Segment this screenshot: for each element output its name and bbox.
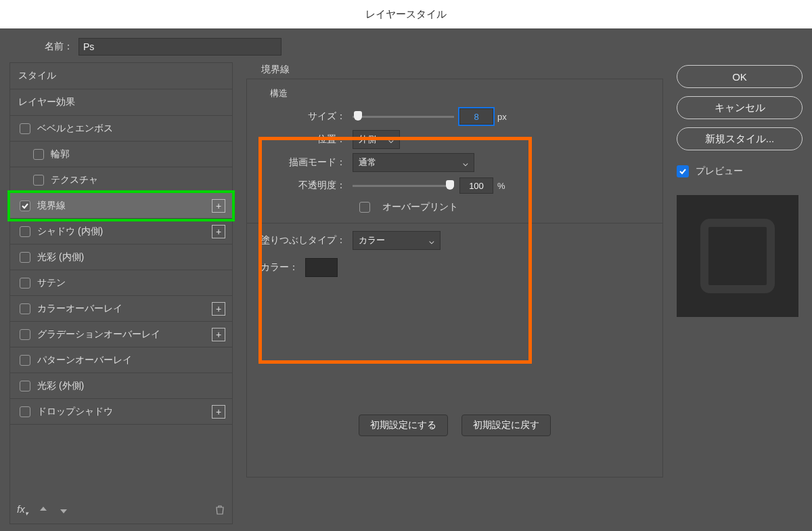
opacity-row: 不透明度： % xyxy=(258,174,652,197)
size-label: サイズ： xyxy=(258,110,353,123)
fill-type-select[interactable]: カラー ⌵ xyxy=(353,231,441,250)
reset-default-button[interactable]: 初期設定に戻す xyxy=(461,415,551,436)
style-item-bevel[interactable]: ベベルとエンボス xyxy=(10,116,232,142)
checkbox-color-overlay[interactable] xyxy=(20,303,30,314)
add-stroke-icon[interactable]: + xyxy=(212,199,225,213)
ok-button[interactable]: OK xyxy=(677,65,803,88)
label-drop-shadow: ドロップシャドウ xyxy=(37,406,113,418)
name-input[interactable] xyxy=(78,38,281,56)
cancel-button[interactable]: キャンセル xyxy=(677,96,803,119)
name-row: 名前： xyxy=(0,28,812,62)
checkbox-inner-glow[interactable] xyxy=(20,252,30,263)
opacity-label: 不透明度： xyxy=(258,179,353,192)
position-label: 位置： xyxy=(258,133,353,146)
label-outer-glow: 光彩 (外側) xyxy=(37,380,84,392)
fx-menu-icon[interactable]: fx▾ xyxy=(17,503,28,517)
position-select[interactable]: 外側 ⌵ xyxy=(353,130,400,149)
color-swatch[interactable] xyxy=(305,258,338,277)
preview-label: プレビュー xyxy=(696,165,743,177)
preview-shape xyxy=(700,219,775,293)
blend-mode-label: 描画モード： xyxy=(258,156,353,169)
overprint-label: オーバープリント xyxy=(382,201,458,213)
style-item-inner-glow[interactable]: 光彩 (内側) xyxy=(10,245,232,270)
label-gradient-overlay: グラデーションオーバーレイ xyxy=(37,328,160,341)
label-contour: 輪郭 xyxy=(51,148,70,161)
style-item-texture[interactable]: テクスチャ xyxy=(10,167,232,193)
opacity-unit: % xyxy=(497,181,505,191)
preview-thumbnail xyxy=(677,195,798,317)
style-item-satin[interactable]: サテン xyxy=(10,270,232,296)
style-item-drop-shadow[interactable]: ドロップシャドウ + xyxy=(10,399,232,425)
chevron-down-icon: ⌵ xyxy=(429,236,434,246)
style-item-color-overlay[interactable]: カラーオーバーレイ + xyxy=(10,296,232,322)
styles-footer: fx▾ xyxy=(10,496,232,524)
divider xyxy=(247,223,662,224)
checkbox-preview[interactable] xyxy=(677,165,689,177)
label-color-overlay: カラーオーバーレイ xyxy=(37,303,122,315)
settings-panel: 境界線 構造 サイズ： px 位置： 外側 ⌵ xyxy=(246,62,663,524)
checkbox-pattern-overlay[interactable] xyxy=(20,355,30,366)
layer-style-dialog: 名前： スタイル レイヤー効果 ベベルとエンボス 輪郭 テクスチャ 境界線 + xyxy=(0,28,812,531)
color-label: カラー： xyxy=(258,261,305,274)
chevron-down-icon: ⌵ xyxy=(388,135,394,145)
make-default-button[interactable]: 初期設定にする xyxy=(359,415,448,436)
add-gradient-overlay-icon[interactable]: + xyxy=(212,328,225,341)
label-inner-shadow: シャドウ (内側) xyxy=(37,226,103,238)
overprint-row: オーバープリント xyxy=(359,197,652,217)
checkbox-inner-shadow[interactable] xyxy=(20,226,30,237)
checkbox-outer-glow[interactable] xyxy=(20,381,30,391)
opacity-slider[interactable] xyxy=(353,182,454,189)
label-satin: サテン xyxy=(37,277,66,289)
label-bevel: ベベルとエンボス xyxy=(37,123,113,135)
styles-header[interactable]: スタイル xyxy=(10,63,232,89)
label-pattern-overlay: パターンオーバーレイ xyxy=(37,354,132,366)
style-item-gradient-overlay[interactable]: グラデーションオーバーレイ + xyxy=(10,322,232,347)
size-slider[interactable] xyxy=(353,113,454,120)
checkbox-gradient-overlay[interactable] xyxy=(20,329,30,340)
dialog-title: レイヤースタイル xyxy=(0,0,812,28)
checkbox-texture[interactable] xyxy=(33,175,44,186)
bottom-buttons: 初期設定にする 初期設定に戻す xyxy=(258,415,652,436)
new-style-button[interactable]: 新規スタイル... xyxy=(677,127,803,150)
checkbox-drop-shadow[interactable] xyxy=(20,406,30,417)
add-drop-shadow-icon[interactable]: + xyxy=(212,405,225,419)
checkbox-contour[interactable] xyxy=(33,149,44,160)
style-item-pattern-overlay[interactable]: パターンオーバーレイ xyxy=(10,347,232,373)
checkbox-overprint[interactable] xyxy=(359,202,370,213)
fill-type-label: 塗りつぶしタイプ： xyxy=(258,234,353,247)
position-row: 位置： 外側 ⌵ xyxy=(258,128,652,151)
right-column: OK キャンセル 新規スタイル... プレビュー xyxy=(677,62,803,524)
size-unit: px xyxy=(497,112,507,122)
add-inner-shadow-icon[interactable]: + xyxy=(212,225,225,238)
style-item-contour[interactable]: 輪郭 xyxy=(10,142,232,167)
subsection-structure: 構造 xyxy=(270,87,652,100)
name-label: 名前： xyxy=(45,41,73,53)
preview-row: プレビュー xyxy=(677,165,803,177)
section-title: 境界線 xyxy=(261,64,663,76)
settings-box: 構造 サイズ： px 位置： 外側 ⌵ xyxy=(246,79,663,477)
chevron-down-icon: ⌵ xyxy=(463,158,468,168)
label-texture: テクスチャ xyxy=(51,174,98,186)
size-row: サイズ： px xyxy=(258,105,652,128)
styles-sidebar: スタイル レイヤー効果 ベベルとエンボス 輪郭 テクスチャ 境界線 + シ xyxy=(9,62,233,524)
checkbox-stroke[interactable] xyxy=(20,200,30,211)
label-inner-glow: 光彩 (内側) xyxy=(37,251,84,263)
layer-effects-header[interactable]: レイヤー効果 xyxy=(10,89,232,116)
move-down-icon[interactable] xyxy=(58,505,69,515)
label-stroke: 境界線 xyxy=(37,200,66,212)
fill-type-row: 塗りつぶしタイプ： カラー ⌵ xyxy=(258,229,652,252)
checkbox-satin[interactable] xyxy=(20,278,30,289)
checkbox-bevel[interactable] xyxy=(20,123,30,134)
style-item-outer-glow[interactable]: 光彩 (外側) xyxy=(10,373,232,399)
opacity-input[interactable] xyxy=(459,177,493,194)
move-up-icon[interactable] xyxy=(38,505,49,515)
blend-mode-select[interactable]: 通常 ⌵ xyxy=(353,153,474,172)
style-item-stroke[interactable]: 境界線 + xyxy=(10,193,232,219)
add-color-overlay-icon[interactable]: + xyxy=(212,302,225,316)
blend-mode-row: 描画モード： 通常 ⌵ xyxy=(258,151,652,174)
style-item-inner-shadow[interactable]: シャドウ (内側) + xyxy=(10,219,232,245)
trash-icon[interactable] xyxy=(215,505,225,515)
color-row: カラー： xyxy=(258,256,652,279)
size-input[interactable] xyxy=(459,108,493,125)
